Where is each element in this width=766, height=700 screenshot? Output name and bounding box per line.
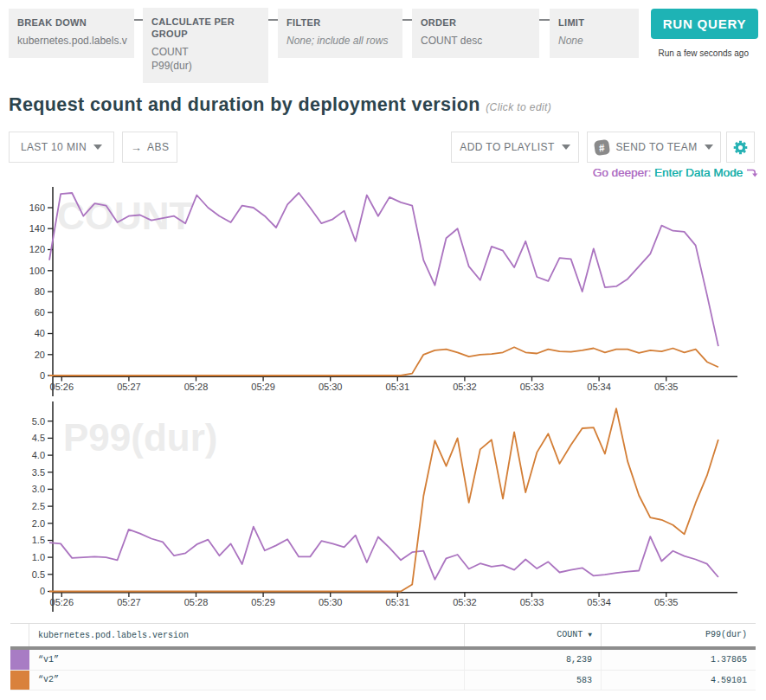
svg-text:1.0: 1.0 <box>32 552 45 562</box>
svg-text:0: 0 <box>40 586 45 596</box>
svg-text:2.0: 2.0 <box>32 518 45 529</box>
svg-text:P99(dur): P99(dur) <box>63 416 217 459</box>
svg-text:05:29: 05:29 <box>251 382 275 392</box>
svg-text:05:28: 05:28 <box>184 597 209 607</box>
svg-text:05:35: 05:35 <box>654 382 679 392</box>
svg-text:100: 100 <box>29 266 45 276</box>
svg-text:1.5: 1.5 <box>32 535 45 545</box>
svg-text:05:27: 05:27 <box>117 382 141 392</box>
svg-text:140: 140 <box>29 223 45 234</box>
svg-text:5.0: 5.0 <box>32 416 45 427</box>
svg-text:05:28: 05:28 <box>184 382 209 392</box>
svg-text:0: 0 <box>40 370 45 381</box>
svg-text:20: 20 <box>35 350 45 360</box>
svg-text:05:31: 05:31 <box>386 382 410 392</box>
svg-text:05:33: 05:33 <box>520 382 544 392</box>
svg-text:05:32: 05:32 <box>453 597 477 607</box>
svg-text:05:33: 05:33 <box>520 597 544 607</box>
svg-text:05:34: 05:34 <box>587 382 611 392</box>
svg-text:05:31: 05:31 <box>386 597 410 607</box>
svg-text:05:34: 05:34 <box>587 597 611 607</box>
svg-text:40: 40 <box>35 328 45 338</box>
svg-text:05:30: 05:30 <box>319 382 343 392</box>
svg-text:05:35: 05:35 <box>654 597 679 607</box>
svg-text:120: 120 <box>29 244 45 254</box>
svg-text:05:32: 05:32 <box>453 382 477 392</box>
svg-text:05:29: 05:29 <box>251 597 275 607</box>
svg-text:05:30: 05:30 <box>319 597 343 607</box>
svg-text:4.5: 4.5 <box>32 433 45 443</box>
svg-text:0.5: 0.5 <box>32 569 45 580</box>
svg-text:05:26: 05:26 <box>50 382 74 392</box>
svg-text:60: 60 <box>35 307 45 318</box>
svg-text:3.5: 3.5 <box>32 467 45 478</box>
svg-text:4.0: 4.0 <box>32 450 45 460</box>
svg-text:160: 160 <box>29 202 45 213</box>
svg-text:3.0: 3.0 <box>32 484 45 494</box>
svg-text:05:26: 05:26 <box>50 597 74 607</box>
svg-text:05:27: 05:27 <box>117 597 141 607</box>
svg-text:2.5: 2.5 <box>32 501 45 511</box>
svg-text:80: 80 <box>35 286 45 297</box>
